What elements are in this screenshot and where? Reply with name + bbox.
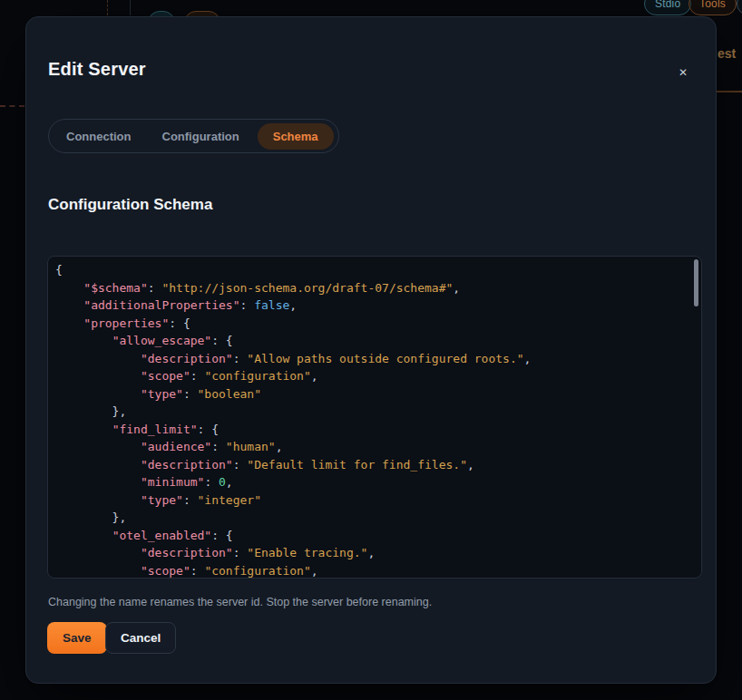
schema-code-editor[interactable]: { "$schema": "http://json-schema.org/dra… (47, 256, 702, 578)
tab-group: Connection Configuration Schema (48, 119, 339, 153)
stdio-badge[interactable]: Stdio (644, 0, 691, 15)
background-partial-text: est (718, 46, 736, 61)
background-divider (130, 0, 131, 15)
cancel-button[interactable]: Cancel (105, 622, 176, 654)
dialog-title: Edit Server (48, 59, 146, 80)
close-icon[interactable]: ✕ (673, 63, 693, 83)
background-tab-underline (717, 91, 742, 92)
tools-badge[interactable]: Tools (688, 0, 737, 15)
tab-configuration[interactable]: Configuration (150, 123, 252, 150)
section-title: Configuration Schema (48, 196, 212, 214)
save-button[interactable]: Save (47, 622, 107, 654)
background-divider (107, 0, 108, 15)
scrollbar-thumb[interactable] (694, 259, 698, 306)
tab-connection[interactable]: Connection (54, 123, 144, 150)
background-dashed-line (0, 105, 24, 107)
schema-json-content[interactable]: { "$schema": "http://json-schema.org/dra… (48, 257, 701, 578)
background-pill (737, 0, 742, 15)
edit-server-dialog: Edit Server ✕ Connection Configuration S… (25, 16, 717, 684)
rename-note: Changing the name renames the server id.… (48, 595, 432, 609)
tab-schema[interactable]: Schema (258, 123, 334, 150)
